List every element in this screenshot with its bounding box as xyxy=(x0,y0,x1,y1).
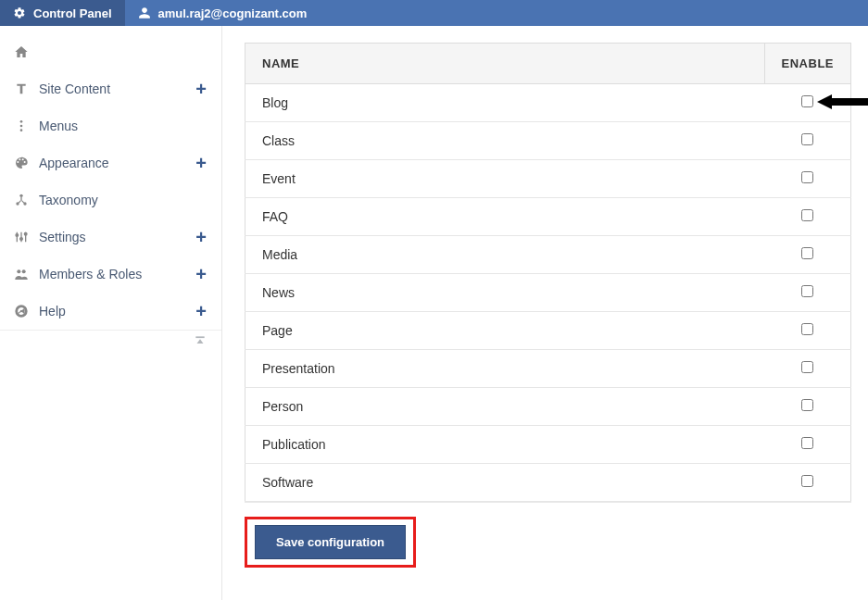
svg-point-10 xyxy=(20,238,23,241)
table-cell-enable xyxy=(764,274,850,312)
enable-checkbox[interactable] xyxy=(801,361,813,373)
control-panel-label: Control Panel xyxy=(33,6,112,20)
table-header-enable[interactable]: ENABLE xyxy=(764,44,850,84)
annotation-arrow-icon xyxy=(817,93,868,111)
enable-checkbox[interactable] xyxy=(801,171,813,183)
svg-point-13 xyxy=(22,269,26,273)
sliders-icon xyxy=(13,230,30,244)
sidebar-item-help[interactable]: Help + xyxy=(0,293,221,330)
table-cell-name: Person xyxy=(245,388,765,426)
people-icon xyxy=(13,267,30,281)
enable-checkbox[interactable] xyxy=(801,437,813,449)
table-cell-name: News xyxy=(245,274,765,312)
table-cell-name: Class xyxy=(245,122,765,160)
svg-point-0 xyxy=(20,120,23,123)
sidebar-item-appearance[interactable]: Appearance + xyxy=(0,144,221,181)
table-row: Presentation xyxy=(245,350,851,388)
sidebar-item-settings[interactable]: Settings + xyxy=(0,219,221,256)
table-cell-enable xyxy=(764,160,850,198)
table-row: Page xyxy=(245,312,851,350)
table-row: Software xyxy=(245,464,851,502)
home-icon xyxy=(13,44,30,59)
text-icon xyxy=(13,81,30,96)
table-row: Class xyxy=(245,122,851,160)
svg-point-11 xyxy=(24,232,27,235)
table-row: Media xyxy=(245,236,851,274)
enable-checkbox[interactable] xyxy=(801,95,813,107)
plus-icon[interactable]: + xyxy=(195,265,207,283)
sidebar-item-label: Site Content xyxy=(39,81,110,96)
main-content: NAME ENABLE BlogClassEventFAQMediaNewsPa… xyxy=(222,26,868,600)
taxonomy-icon xyxy=(13,193,30,207)
sidebar-item-label: Menus xyxy=(39,119,78,133)
svg-point-1 xyxy=(20,125,23,128)
sidebar-item-site-content[interactable]: Site Content + xyxy=(0,70,221,107)
sidebar-collapse[interactable] xyxy=(0,330,221,354)
enable-checkbox[interactable] xyxy=(801,247,813,259)
user-label: amul.raj2@cognizant.com xyxy=(158,6,308,20)
table-row: Blog xyxy=(245,84,851,122)
table-cell-enable xyxy=(764,122,850,160)
gear-icon xyxy=(13,6,26,19)
svg-point-3 xyxy=(19,194,22,197)
content-enable-table: NAME ENABLE BlogClassEventFAQMediaNewsPa… xyxy=(245,43,851,502)
plus-icon[interactable]: + xyxy=(195,228,207,246)
table-row: Person xyxy=(245,388,851,426)
table-cell-enable xyxy=(764,198,850,236)
sidebar-item-label: Members & Roles xyxy=(39,267,142,281)
user-menu[interactable]: amul.raj2@cognizant.com xyxy=(125,0,321,26)
enable-checkbox[interactable] xyxy=(801,475,813,487)
enable-checkbox[interactable] xyxy=(801,285,813,297)
sidebar: Site Content + Menus Appearance + Taxono… xyxy=(0,26,222,600)
topbar: Control Panel amul.raj2@cognizant.com xyxy=(0,0,868,26)
table-row: News xyxy=(245,274,851,312)
save-button[interactable]: Save configuration xyxy=(255,525,406,559)
enable-checkbox[interactable] xyxy=(801,323,813,335)
table-cell-enable xyxy=(764,426,850,464)
enable-checkbox[interactable] xyxy=(801,133,813,145)
sidebar-item-label: Help xyxy=(39,304,66,319)
sidebar-item-label: Settings xyxy=(39,230,86,244)
save-button-highlight: Save configuration xyxy=(245,517,416,568)
table-cell-name: Event xyxy=(245,160,765,198)
table-row: Event xyxy=(245,160,851,198)
sidebar-item-members[interactable]: Members & Roles + xyxy=(0,256,221,293)
enable-checkbox[interactable] xyxy=(801,399,813,411)
collapse-up-icon xyxy=(194,334,207,350)
table-cell-enable xyxy=(764,388,850,426)
table-cell-enable xyxy=(764,464,850,502)
enable-checkbox[interactable] xyxy=(801,209,813,221)
svg-rect-14 xyxy=(195,336,204,338)
user-icon xyxy=(138,6,151,19)
help-icon xyxy=(13,304,30,319)
plus-icon[interactable]: + xyxy=(195,80,207,98)
sidebar-item-label: Appearance xyxy=(39,156,109,170)
table-cell-name: FAQ xyxy=(245,198,765,236)
control-panel-tab[interactable]: Control Panel xyxy=(0,0,125,26)
svg-point-2 xyxy=(20,129,23,131)
table-cell-enable xyxy=(764,312,850,350)
table-cell-name: Page xyxy=(245,312,765,350)
sidebar-item-home[interactable] xyxy=(0,33,221,70)
table-header-name[interactable]: NAME xyxy=(245,44,765,84)
svg-point-12 xyxy=(17,269,20,273)
table-cell-name: Publication xyxy=(245,426,765,464)
table-row: Publication xyxy=(245,426,851,464)
plus-icon[interactable]: + xyxy=(195,154,207,172)
table-cell-name: Blog xyxy=(245,84,765,122)
svg-marker-15 xyxy=(817,94,868,109)
sidebar-item-label: Taxonomy xyxy=(39,193,98,207)
table-cell-name: Software xyxy=(245,464,765,502)
dots-icon xyxy=(13,119,30,133)
table-row: FAQ xyxy=(245,198,851,236)
sidebar-item-taxonomy[interactable]: Taxonomy xyxy=(0,181,221,219)
plus-icon[interactable]: + xyxy=(195,302,207,320)
table-cell-name: Media xyxy=(245,236,765,274)
palette-icon xyxy=(13,156,30,170)
sidebar-item-menus[interactable]: Menus xyxy=(0,107,221,144)
table-cell-enable xyxy=(764,350,850,388)
svg-point-9 xyxy=(16,234,19,237)
table-cell-enable xyxy=(764,236,850,274)
table-cell-name: Presentation xyxy=(245,350,765,388)
